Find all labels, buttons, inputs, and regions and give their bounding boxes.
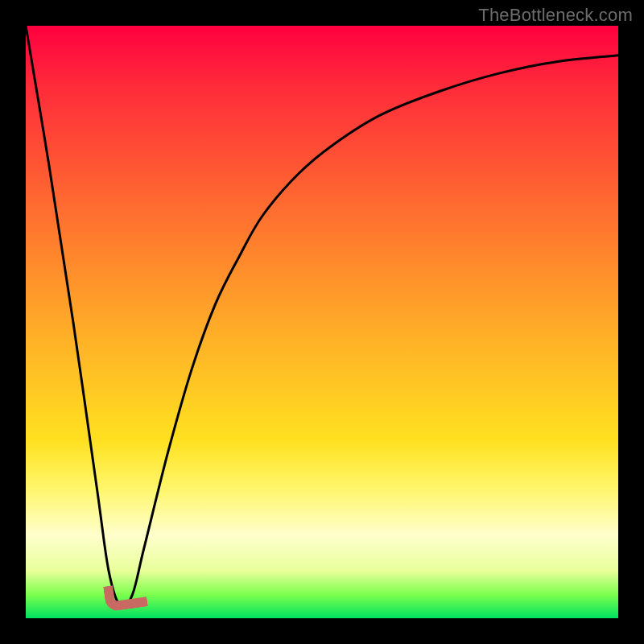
chart-frame: TheBottleneck.com — [0, 0, 644, 644]
watermark-text: TheBottleneck.com — [478, 5, 633, 26]
bottleneck-curve — [26, 26, 618, 618]
plot-area — [26, 26, 618, 618]
